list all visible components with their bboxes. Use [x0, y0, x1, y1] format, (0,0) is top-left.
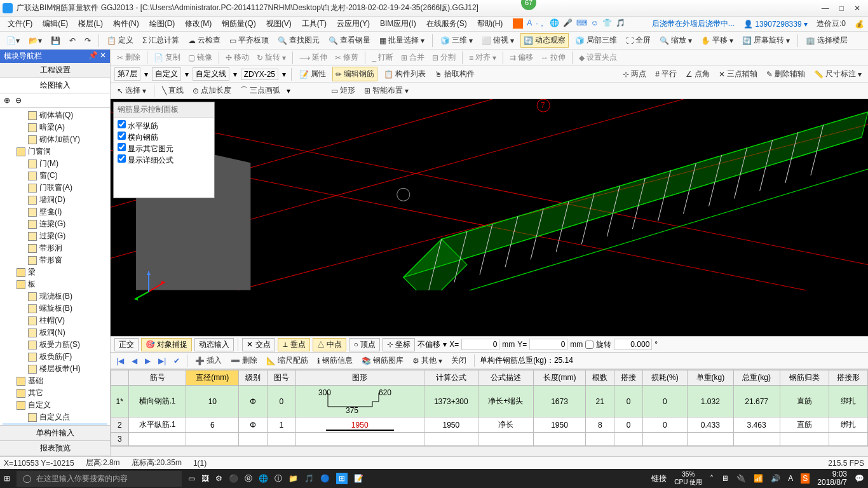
smart-tool[interactable]: ⊞ 智能布置 ▾ [362, 84, 411, 97]
y-input[interactable] [529, 339, 567, 350]
menu-edit[interactable]: 编辑(E) [39, 17, 72, 30]
split-button[interactable]: ⊟ 分割 [430, 51, 458, 64]
tree-item[interactable]: 板受力筋(S) [3, 339, 107, 351]
taskview-icon[interactable]: ▭ [188, 474, 195, 483]
tree-item[interactable]: 门窗洞 [3, 146, 107, 158]
tray-net-icon[interactable]: 📶 [754, 474, 763, 483]
tree-item[interactable]: 窗(C) [3, 170, 107, 182]
last-row[interactable]: ▶| [156, 356, 168, 365]
tree-item[interactable]: 暗梁(A) [3, 121, 107, 133]
offset-mode[interactable]: 不偏移 [417, 339, 440, 350]
ptlen-tool[interactable]: ⊙ 点加长度 [190, 84, 234, 97]
calc-icon[interactable]: ⊞ [336, 473, 348, 484]
tree-item[interactable]: 板负筋(F) [3, 351, 107, 363]
menu-floor[interactable]: 楼层(L) [74, 17, 107, 30]
type-select[interactable]: 自定义线 [193, 67, 229, 81]
account-id[interactable]: 👤 13907298339 ▾ [743, 20, 808, 29]
menu-view[interactable]: 视图(V) [262, 17, 295, 30]
component-tree[interactable]: 砌体墙(Q)暗梁(A)砌体加筋(Y)门窗洞门(M)窗(C)门联窗(A)墙洞(D)… [0, 108, 110, 425]
save-button[interactable]: 💾 [48, 35, 63, 46]
next-row[interactable]: ▶ [143, 356, 153, 365]
batch-button[interactable]: ▦ 批量选择 ▾ [377, 34, 427, 47]
ptangle-button[interactable]: ∠ 点角 [683, 67, 712, 81]
tree-item[interactable]: 连梁(G) [3, 218, 107, 230]
ie-icon[interactable]: ⓘ [275, 473, 282, 484]
tray-ime-s[interactable]: S [801, 473, 810, 484]
rotate-input[interactable] [614, 339, 652, 350]
delaux-button[interactable]: ✎ 删除辅轴 [764, 67, 808, 81]
twopoint-button[interactable]: ⊹ 两点 [620, 67, 649, 81]
display-option[interactable]: 水平纵筋 [118, 120, 210, 132]
horizontal-scrollbar[interactable] [111, 446, 868, 456]
app-icon-1[interactable]: 🖼 [201, 474, 209, 483]
commit-row[interactable]: ✔ [172, 356, 182, 365]
menu-bim[interactable]: BIM应用(I) [376, 17, 420, 30]
code-select[interactable]: ZDYX-25 [241, 69, 278, 80]
dynin-toggle[interactable]: 动态输入 [194, 338, 234, 351]
tree-item[interactable]: 带形窗 [3, 254, 107, 266]
osnap-toggle[interactable]: 🎯 对象捕捉 [141, 338, 192, 351]
menu-file[interactable]: 文件(F) [4, 17, 36, 30]
display-option[interactable]: 显示详细公式 [118, 154, 210, 166]
sum-button[interactable]: Σ 汇总计算 [140, 34, 182, 47]
tree-item[interactable]: 带形洞 [3, 242, 107, 254]
tree-item[interactable]: 螺旋板(B) [3, 302, 107, 315]
ortho-toggle[interactable]: 正交 [114, 338, 139, 351]
app-icon-2[interactable]: ⚙ [215, 474, 222, 483]
snap-midpoint[interactable]: △ 中点 [313, 338, 346, 351]
pin-icon[interactable]: 📌 ✕ [88, 51, 106, 62]
redo-button[interactable]: ↷ [82, 35, 93, 46]
tree-item[interactable]: 基础 [3, 375, 107, 387]
pick-button[interactable]: 🖱 拾取构件 [432, 67, 477, 81]
copy-button[interactable]: 📄 复制 [151, 51, 183, 64]
tree-item[interactable]: 墙洞(D) [3, 194, 107, 206]
tab-project-settings[interactable]: 工程设置 [0, 63, 110, 78]
app-icon-3[interactable]: ⚫ [229, 474, 238, 483]
parallel-button[interactable]: # 平行 [653, 67, 679, 81]
menu-draw[interactable]: 绘图(D) [146, 17, 179, 30]
face-icon[interactable]: ☺ [591, 18, 599, 29]
cloudcheck-button[interactable]: ☁ 云检查 [186, 34, 223, 47]
tree-item[interactable]: 自定义 [3, 399, 107, 411]
dim-button[interactable]: 📏 尺寸标注 ▾ [811, 67, 864, 81]
rebar-lib[interactable]: 📚 钢筋图库 [359, 354, 406, 367]
attr-button[interactable]: 📝 属性 [297, 67, 329, 81]
tree-item[interactable]: 现浇板(B) [3, 290, 107, 302]
pan-button[interactable]: ✋ 平移 ▾ [698, 34, 736, 47]
text-tool-icon[interactable]: A [527, 18, 532, 29]
line-tool[interactable]: ╲ 直线 [159, 84, 186, 97]
stretch-button[interactable]: ↔ 拉伸 [538, 51, 568, 64]
snap-coord[interactable]: ⊹ 坐标 [383, 338, 415, 351]
close-button[interactable]: ✕ [854, 4, 860, 13]
rebar-info[interactable]: ℹ 钢筋信息 [315, 354, 355, 367]
edge-icon[interactable]: ⓔ [245, 473, 252, 484]
arc3-tool[interactable]: ⌒ 三点画弧 [238, 84, 283, 97]
tray-vol-icon[interactable]: 🔊 [771, 474, 780, 483]
rebar-grid[interactable]: 筋号直径(mm)级别图号图形计算公式公式描述长度(mm)根数搭接损耗(%)单重(… [111, 369, 868, 446]
music-app-icon[interactable]: 🎵 [304, 474, 314, 483]
close-rebar[interactable]: 关闭 [449, 354, 469, 367]
notice-text[interactable]: 后浇带在外墙后浇带中... [652, 18, 735, 29]
rect-tool[interactable]: ▭ 矩形 [329, 84, 358, 97]
offset-button[interactable]: ⇉ 偏移 [507, 51, 536, 64]
display-option[interactable]: 显示其它图元 [118, 143, 210, 154]
mirror-button[interactable]: ▢ 镜像 [186, 51, 215, 64]
menu-component[interactable]: 构件(N) [109, 17, 143, 30]
complist-button[interactable]: 📋 构件列表 [381, 67, 428, 81]
arc-options[interactable]: ▾ [287, 86, 325, 95]
tab-single-input[interactable]: 单构件输入 [0, 426, 110, 441]
rotate-check[interactable] [585, 341, 593, 349]
tab-report[interactable]: 报表预览 [0, 441, 110, 456]
tree-item[interactable]: 板洞(N) [3, 327, 107, 339]
prev-row[interactable]: ◀ [130, 356, 139, 365]
floor-select[interactable]: 第7层 [114, 67, 140, 81]
keyboard-icon[interactable]: ⌨ [576, 18, 587, 29]
tree-item[interactable]: 门(M) [3, 158, 107, 170]
minimize-button[interactable]: ― [822, 4, 829, 13]
align-button[interactable]: ≡ 对齐 ▾ [466, 51, 499, 64]
tab-draw-input[interactable]: 绘图输入 [0, 78, 110, 93]
taskbar-search[interactable]: ◯ 在这里输入你要搜索的内容 [17, 471, 182, 487]
coin-label[interactable]: 造价豆:0 [817, 18, 846, 29]
editrebar-button[interactable]: ✏ 编辑钢筋 [332, 67, 377, 81]
gld-icon[interactable]: 🔵 [320, 474, 330, 483]
